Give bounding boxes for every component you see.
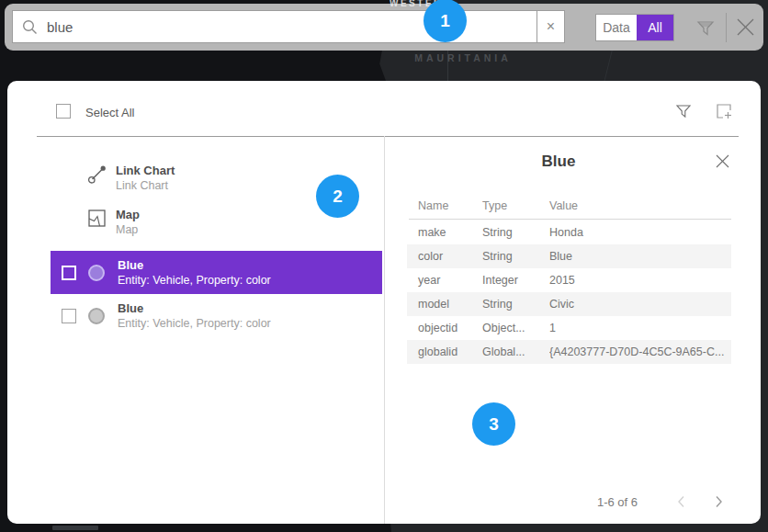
select-all-checkbox[interactable] xyxy=(56,104,71,119)
map-label-mauritania: MAURITANIA xyxy=(371,52,555,63)
list-item-subtitle: Entity: Vehicle, Property: color xyxy=(118,316,271,331)
search-results-panel: Select All Link Chart Link Chart Map Map xyxy=(7,81,761,524)
checkbox[interactable] xyxy=(62,309,76,323)
list-item-link-chart[interactable]: Link Chart Link Chart xyxy=(116,164,175,193)
map-label xyxy=(52,526,98,530)
list-item-subtitle: Link Chart xyxy=(116,178,175,193)
table-row: globalidGlobal...{A4203777-D70D-4C5C-9A6… xyxy=(407,340,731,364)
clear-search-button[interactable]: × xyxy=(536,10,565,43)
table-header-divider xyxy=(409,219,731,220)
list-item-blue-selected[interactable]: Blue Entity: Vehicle, Property: color xyxy=(51,251,382,294)
details-title: Blue xyxy=(384,153,733,171)
toolbar-divider xyxy=(726,13,727,42)
annotation-badge-1: 1 xyxy=(424,0,467,42)
table-row: objectidObject...1 xyxy=(407,316,731,340)
funnel-icon[interactable] xyxy=(695,17,717,39)
chevron-left-icon[interactable] xyxy=(674,494,689,509)
checkbox[interactable] xyxy=(62,266,76,280)
column-header-type: Type xyxy=(482,199,507,212)
select-all-label: Select All xyxy=(85,106,134,119)
magnifier-icon xyxy=(22,19,38,35)
table-row: modelStringCivic xyxy=(407,292,731,316)
close-icon[interactable] xyxy=(715,153,730,169)
list-item-title: Blue xyxy=(118,258,271,273)
list-item-blue[interactable]: Blue Entity: Vehicle, Property: color xyxy=(51,294,382,337)
entity-circle-icon xyxy=(88,265,105,281)
pagination-label: 1-6 of 6 xyxy=(518,495,638,509)
column-header-name: Name xyxy=(418,199,448,212)
toggle-all-option[interactable]: All xyxy=(637,15,673,40)
list-item-title: Link Chart xyxy=(116,164,175,178)
panel-vertical-divider xyxy=(384,136,385,524)
table-row: colorStringBlue xyxy=(407,244,731,268)
close-icon[interactable] xyxy=(733,15,758,40)
column-header-value: Value xyxy=(549,199,578,212)
table-row: makeStringHonda xyxy=(407,221,731,244)
add-selection-icon[interactable] xyxy=(715,102,733,120)
panel-header-divider xyxy=(37,136,739,137)
entity-circle-icon xyxy=(88,308,105,324)
list-item-title: Map xyxy=(116,208,140,222)
attributes-table: makeStringHonda colorStringBlue yearInte… xyxy=(407,221,731,364)
search-toolbar: × Data All xyxy=(5,4,763,51)
annotation-badge-3: 3 xyxy=(472,402,515,446)
funnel-icon[interactable] xyxy=(674,102,693,120)
list-item-subtitle: Entity: Vehicle, Property: color xyxy=(118,273,271,288)
link-chart-icon xyxy=(87,164,107,185)
map-border-line xyxy=(447,46,448,83)
table-row: yearInteger2015 xyxy=(407,268,731,292)
data-all-toggle: Data All xyxy=(595,14,674,41)
list-item-title: Blue xyxy=(118,301,271,316)
chevron-right-icon[interactable] xyxy=(711,494,726,509)
list-item-map[interactable]: Map Map xyxy=(116,208,140,237)
annotation-badge-2: 2 xyxy=(316,175,359,218)
map-icon xyxy=(87,208,107,229)
list-item-subtitle: Map xyxy=(116,222,140,237)
toggle-data-option[interactable]: Data xyxy=(596,15,637,40)
